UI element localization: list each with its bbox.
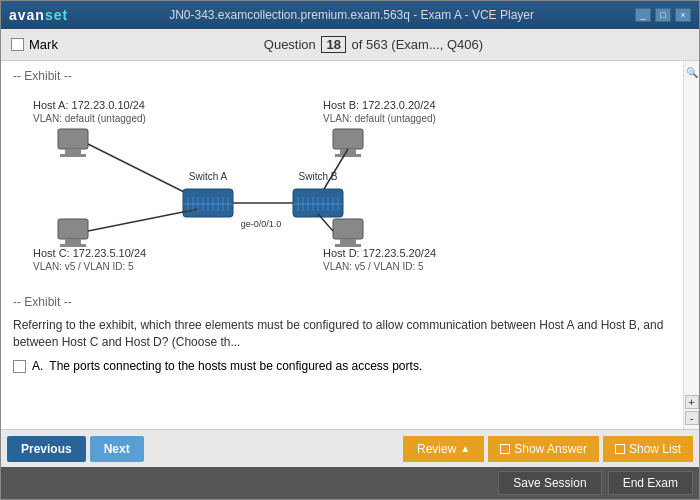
host-d-label: Host D: 172.23.5.20/24	[323, 247, 436, 259]
main-content: -- Exhibit -- Host A: 172.23.0.10/24 VLA…	[1, 61, 699, 429]
question-of: of 563 (Exam..., Q406)	[352, 37, 484, 52]
svg-line-14	[88, 209, 198, 231]
search-icon[interactable]: 🔍	[685, 65, 699, 79]
host-b-label: Host B: 172.23.0.20/24	[323, 99, 436, 111]
footer-bar: Save Session End Exam	[1, 467, 699, 499]
answer-option-a: A. The ports connecting to the hosts mus…	[13, 359, 671, 373]
switch-a-label: Switch A	[189, 171, 228, 182]
svg-rect-4	[333, 129, 363, 149]
mark-area: Mark	[11, 37, 58, 52]
answer-a-letter: A.	[32, 359, 43, 373]
exhibit-bottom-label: -- Exhibit --	[13, 295, 671, 309]
app-logo: avanset	[9, 7, 68, 23]
next-button[interactable]: Next	[90, 436, 144, 462]
window-title: JN0-343.examcollection.premium.exam.563q…	[169, 8, 534, 22]
show-list-button[interactable]: Show List	[603, 436, 693, 462]
previous-button[interactable]: Previous	[7, 436, 86, 462]
close-button[interactable]: ×	[675, 8, 691, 22]
svg-rect-2	[60, 154, 86, 157]
window-controls: _ □ ×	[635, 8, 691, 22]
app-window: avanset JN0-343.examcollection.premium.e…	[0, 0, 700, 500]
svg-rect-17	[335, 244, 361, 247]
host-b-vlan: VLAN: default (untagged)	[323, 113, 436, 124]
switch-b-label: Switch B	[299, 171, 338, 182]
show-list-icon	[615, 444, 625, 454]
mark-label: Mark	[29, 37, 58, 52]
answer-a-text: The ports connecting to the hosts must b…	[49, 359, 422, 373]
svg-rect-6	[335, 154, 361, 157]
svg-rect-0	[58, 129, 88, 149]
question-info: Question 18 of 563 (Exam..., Q406)	[58, 36, 689, 53]
network-diagram: Host A: 172.23.0.10/24 VLAN: default (un…	[13, 89, 671, 289]
end-exam-button[interactable]: End Exam	[608, 471, 693, 495]
svg-rect-13	[60, 244, 86, 247]
host-a-vlan: VLAN: default (untagged)	[33, 113, 146, 124]
question-label: Question	[264, 37, 316, 52]
zoom-in-button[interactable]: +	[685, 395, 699, 409]
save-session-button[interactable]: Save Session	[498, 471, 601, 495]
answer-checkbox-a[interactable]	[13, 360, 26, 373]
sidebar: 🔍 + -	[683, 61, 699, 429]
svg-rect-1	[65, 149, 81, 154]
zoom-out-button[interactable]: -	[685, 411, 699, 425]
toolbar: Mark Question 18 of 563 (Exam..., Q406)	[1, 29, 699, 61]
host-c-label: Host C: 172.23.5.10/24	[33, 247, 146, 259]
exhibit-top-label: -- Exhibit --	[13, 69, 671, 83]
maximize-button[interactable]: □	[655, 8, 671, 22]
svg-rect-16	[340, 239, 356, 244]
svg-line-3	[88, 144, 198, 199]
host-d-vlan: VLAN: v5 / VLAN ID: 5	[323, 261, 424, 272]
host-c-vlan: VLAN: v5 / VLAN ID: 5	[33, 261, 134, 272]
content-area: -- Exhibit -- Host A: 172.23.0.10/24 VLA…	[1, 61, 683, 429]
minimize-button[interactable]: _	[635, 8, 651, 22]
svg-rect-11	[58, 219, 88, 239]
interface-label: ge-0/0/1.0	[241, 219, 282, 229]
host-a-label: Host A: 172.23.0.10/24	[33, 99, 145, 111]
show-answer-icon	[500, 444, 510, 454]
review-button[interactable]: Review ▲	[403, 436, 484, 462]
show-answer-button[interactable]: Show Answer	[488, 436, 599, 462]
review-dropdown-icon: ▲	[460, 443, 470, 454]
question-number: 18	[321, 36, 345, 53]
titlebar: avanset JN0-343.examcollection.premium.e…	[1, 1, 699, 29]
svg-rect-12	[65, 239, 81, 244]
question-text: Referring to the exhibit, which three el…	[13, 317, 671, 351]
mark-checkbox[interactable]	[11, 38, 24, 51]
svg-rect-15	[333, 219, 363, 239]
bottom-bar: Previous Next Review ▲ Show Answer Show …	[1, 429, 699, 467]
